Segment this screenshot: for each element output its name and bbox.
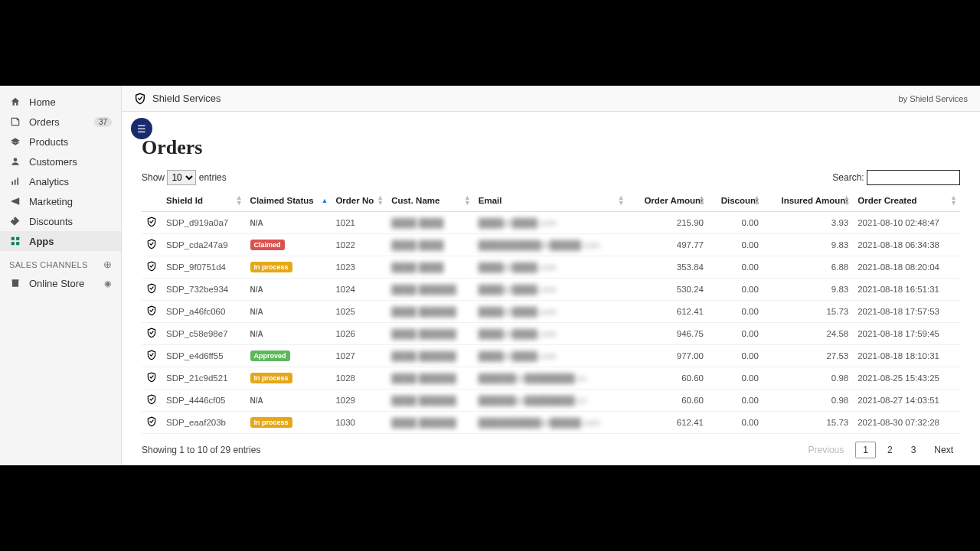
sidebar-item-label: Marketing [29,196,73,207]
cell-amount: 353.84 [628,256,708,279]
cell-shield-id: SDP_4446cf05 [162,390,246,412]
row-icon [142,279,162,301]
col-order-no[interactable]: Order No▲▼ [331,190,387,212]
col-order-amount[interactable]: Order Amount▲▼ [628,190,708,212]
col-insured-amount[interactable]: Insured Amount▲▼ [763,190,853,212]
main-area: Shield Services by Shield Services ☰ Ord… [121,86,980,465]
cell-amount: 977.00 [628,345,708,367]
search-box: Search: [832,170,960,185]
table-row[interactable]: SDP_a46fc060N/A1025████ ██████████@████.… [142,301,960,323]
cell-order-no: 1027 [331,345,387,367]
cell-email: ████@████.com [474,212,628,234]
sidebar-item-label: Discounts [29,216,73,227]
row-icon [142,234,162,256]
col-discount[interactable]: Discount▲▼ [708,190,763,212]
cell-amount: 497.77 [628,234,708,256]
products-icon [9,135,21,148]
cell-created: 2021-08-10 02:48:47 [853,212,960,234]
table-row[interactable]: SDP_732be934N/A1024████ ██████████@████.… [142,279,960,301]
cell-cust: ████ ████ [387,256,474,279]
sidebar-item-products[interactable]: Products [0,132,121,152]
orders-table: Shield Id▲▼ Claimed Status▲ Order No▲▼ C… [142,190,960,434]
cell-amount: 60.60 [628,390,708,412]
orders-count-badge: 37 [94,117,112,127]
svg-point-4 [13,219,15,220]
table-row[interactable]: SDP_21c9d521In process1028████ █████████… [142,367,960,390]
search-label: Search: [832,172,864,183]
pagination: Previous 1 2 3 Next [802,442,960,458]
cell-created: 2021-08-18 17:59:45 [853,323,960,345]
sidebar-item-marketing[interactable]: Marketing [0,191,121,211]
svg-rect-3 [17,178,18,184]
cell-status: N/A [246,212,332,234]
sidebar-item-analytics[interactable]: Analytics [0,171,121,191]
page-size-select[interactable]: 10 [167,170,196,185]
cell-amount: 530.24 [628,279,708,301]
customers-icon [9,155,21,168]
col-email[interactable]: Email▲▼ [474,190,628,212]
table-row[interactable]: SDP_eaaf203bIn process1030████ █████████… [142,412,960,434]
svg-rect-8 [16,242,19,245]
sidebar-item-label: Orders [29,116,60,128]
table-row[interactable]: SDP_cda247a9Claimed1022████ ████████████… [142,234,960,256]
home-icon [9,96,21,108]
eye-icon[interactable]: ◉ [104,279,112,289]
sidebar-item-customers[interactable]: Customers [0,152,121,171]
cell-discount: 0.00 [708,345,763,367]
cell-insured: 9.83 [763,279,853,301]
col-order-created[interactable]: Order Created▲▼ [853,190,960,212]
table-header-row: Shield Id▲▼ Claimed Status▲ Order No▲▼ C… [142,190,960,212]
cell-discount: 0.00 [708,234,763,256]
cell-email: ██████████@█████.com [474,412,628,434]
cell-created: 2021-08-18 18:10:31 [853,345,960,367]
sidebar-item-discounts[interactable]: Discounts [0,211,121,231]
table-footer: Showing 1 to 10 of 29 entries Previous 1… [142,434,960,461]
page-title: Orders [142,136,960,159]
table-row[interactable]: SDP_d919a0a7N/A1021████ ████████@████.co… [142,212,960,234]
cell-email: ██████████@█████.com [474,234,628,256]
sidebar-item-orders[interactable]: Orders 37 [0,112,121,132]
page-prev[interactable]: Previous [802,442,851,458]
cell-status: Approved [246,345,332,367]
cell-insured: 6.88 [763,256,853,279]
table-row[interactable]: SDP_4446cf05N/A1029████ ████████████@███… [142,390,960,412]
sidebar-item-label: Apps [29,236,54,247]
cell-insured: 9.83 [763,234,853,256]
sidebar-item-home[interactable]: Home [0,92,121,112]
page-next[interactable]: Next [927,442,960,458]
sidebar-item-apps[interactable]: Apps [0,231,121,251]
table-row[interactable]: SDP_9f0751d4In process1023████ ████████@… [142,256,960,279]
cell-discount: 0.00 [708,212,763,234]
col-cust-name[interactable]: Cust. Name▲▼ [387,190,474,212]
cell-shield-id: SDP_732be934 [162,279,246,301]
cell-status: N/A [246,323,332,345]
sales-channels-header: SALES CHANNELS ⊕ [0,251,121,273]
row-icon [142,412,162,434]
add-channel-icon[interactable]: ⊕ [103,259,112,270]
cell-shield-id: SDP_c58e98e7 [162,323,246,345]
cell-discount: 0.00 [708,390,763,412]
analytics-icon [9,175,21,187]
search-input[interactable] [867,170,960,185]
brand-name: Shield Services [152,93,221,104]
col-shield-id[interactable]: Shield Id▲▼ [162,190,246,212]
cell-email: ██████@████████.co [474,367,628,390]
col-claimed-status[interactable]: Claimed Status▲ [246,190,332,212]
cell-cust: ████ ██████ [387,345,474,367]
cell-cust: ████ ██████ [387,323,474,345]
cell-email: ████@████.com [474,345,628,367]
cell-amount: 612.41 [628,412,708,434]
table-row[interactable]: SDP_e4d6ff55Approved1027████ ██████████@… [142,345,960,367]
cell-amount: 612.41 [628,301,708,323]
row-icon [142,256,162,279]
table-row[interactable]: SDP_c58e98e7N/A1026████ ██████████@████.… [142,323,960,345]
page-1[interactable]: 1 [855,442,876,458]
sidebar-item-label: Products [29,136,68,148]
cell-discount: 0.00 [708,301,763,323]
page-2[interactable]: 2 [880,442,900,458]
page-3[interactable]: 3 [904,442,923,458]
channel-online-store[interactable]: Online Store ◉ [0,273,121,293]
cell-status: N/A [246,279,332,301]
cell-status: In process [246,412,332,434]
cell-discount: 0.00 [708,256,763,279]
